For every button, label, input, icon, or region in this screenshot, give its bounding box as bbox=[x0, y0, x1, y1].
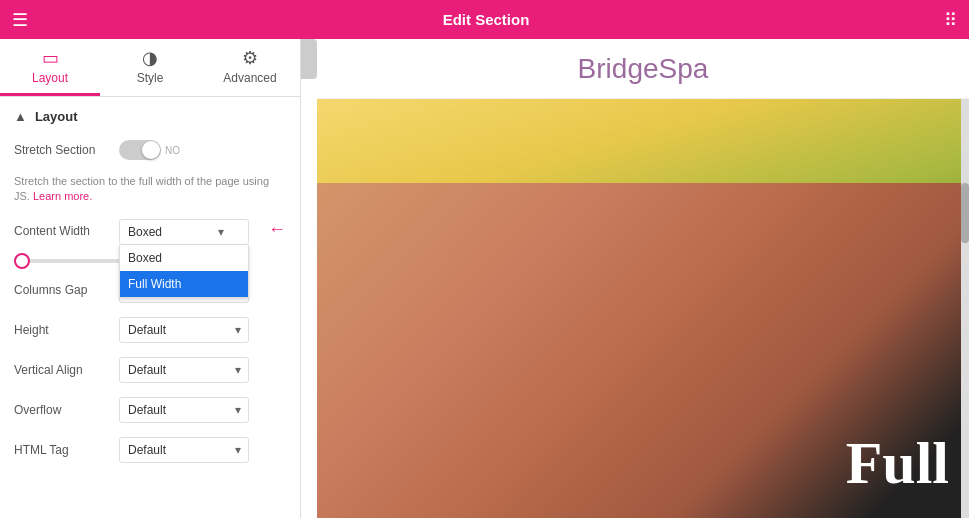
html-tag-select-wrap: Default bbox=[119, 437, 249, 463]
scroll-thumb[interactable] bbox=[961, 183, 969, 243]
tab-layout-label: Layout bbox=[32, 71, 68, 85]
stretch-description: Stretch the section to the full width of… bbox=[14, 174, 286, 205]
dropdown-option-boxed[interactable]: Boxed bbox=[120, 245, 248, 271]
grid-icon[interactable]: ⠿ bbox=[944, 9, 957, 31]
overflow-control: Default bbox=[119, 397, 286, 423]
width-slider[interactable] bbox=[14, 259, 134, 263]
columns-gap-label: Columns Gap bbox=[14, 283, 119, 297]
panel-content: ▲ Layout Stretch Section NO Stretch the bbox=[0, 97, 300, 518]
toggle-knob bbox=[142, 141, 160, 159]
dropdown-option-fullwidth[interactable]: Full Width bbox=[120, 271, 248, 297]
vertical-align-select-wrap: Default bbox=[119, 357, 249, 383]
preview-overlay-text: Full bbox=[846, 429, 949, 498]
main-container: ▭ Layout ◑ Style ⚙ Advanced ▲ Layout Str… bbox=[0, 39, 969, 518]
html-tag-select[interactable]: Default bbox=[119, 437, 249, 463]
preview-panel: BridgeSpa Full bbox=[317, 39, 969, 518]
collapse-panel-arrow[interactable] bbox=[301, 39, 317, 79]
advanced-tab-icon: ⚙ bbox=[242, 47, 258, 69]
learn-more-link[interactable]: Learn more. bbox=[33, 190, 92, 202]
content-width-row: Content Width Boxed Boxed Full Width ← bbox=[14, 219, 286, 245]
logo-colored: Spa bbox=[659, 53, 709, 84]
style-tab-icon: ◑ bbox=[142, 47, 158, 69]
height-select[interactable]: Default bbox=[119, 317, 249, 343]
tab-advanced[interactable]: ⚙ Advanced bbox=[200, 39, 300, 96]
vertical-align-label: Vertical Align bbox=[14, 363, 119, 377]
arrow-indicator-icon: ← bbox=[268, 219, 286, 240]
overflow-select[interactable]: Default bbox=[119, 397, 249, 423]
overflow-select-wrap: Default bbox=[119, 397, 249, 423]
height-row: Height Default bbox=[14, 317, 286, 343]
stretch-section-control: NO bbox=[119, 140, 286, 160]
stretch-section-label: Stretch Section bbox=[14, 143, 119, 157]
vertical-align-select[interactable]: Default bbox=[119, 357, 249, 383]
dropdown-list: Boxed Full Width bbox=[119, 245, 249, 298]
preview-image: Full bbox=[317, 99, 969, 518]
height-select-wrap: Default bbox=[119, 317, 249, 343]
tab-style-label: Style bbox=[137, 71, 164, 85]
toggle-label: NO bbox=[165, 145, 180, 156]
tab-advanced-label: Advanced bbox=[223, 71, 276, 85]
overflow-label: Overflow bbox=[14, 403, 119, 417]
page-title: Edit Section bbox=[443, 11, 530, 28]
menu-icon[interactable]: ☰ bbox=[12, 9, 28, 31]
height-control: Default bbox=[119, 317, 286, 343]
preview-logo: BridgeSpa bbox=[578, 53, 709, 85]
dropdown-value: Boxed bbox=[128, 225, 162, 239]
tab-layout[interactable]: ▭ Layout bbox=[0, 39, 100, 96]
collapse-icon[interactable]: ▲ bbox=[14, 109, 27, 124]
height-label: Height bbox=[14, 323, 119, 337]
content-width-control: Boxed Boxed Full Width bbox=[119, 219, 262, 245]
content-width-dropdown[interactable]: Boxed Boxed Full Width bbox=[119, 219, 249, 245]
dropdown-display[interactable]: Boxed bbox=[119, 219, 249, 245]
vertical-align-row: Vertical Align Default bbox=[14, 357, 286, 383]
layout-label: Layout bbox=[35, 109, 78, 124]
layout-tab-icon: ▭ bbox=[42, 47, 59, 69]
html-tag-control: Default bbox=[119, 437, 286, 463]
stretch-section-row: Stretch Section NO bbox=[14, 140, 286, 160]
stretch-toggle[interactable] bbox=[119, 140, 161, 160]
vertical-align-control: Default bbox=[119, 357, 286, 383]
top-bar: ☰ Edit Section ⠿ bbox=[0, 0, 969, 39]
logo-plain: Bridge bbox=[578, 53, 659, 84]
stretch-toggle-wrap: NO bbox=[119, 140, 286, 160]
slider-thumb[interactable] bbox=[14, 253, 30, 269]
html-tag-label: HTML Tag bbox=[14, 443, 119, 457]
layout-section-header: ▲ Layout bbox=[14, 109, 286, 124]
tabs-bar: ▭ Layout ◑ Style ⚙ Advanced bbox=[0, 39, 300, 97]
scroll-strip bbox=[961, 99, 969, 518]
content-width-label: Content Width bbox=[14, 219, 119, 238]
left-panel: ▭ Layout ◑ Style ⚙ Advanced ▲ Layout Str… bbox=[0, 39, 301, 518]
html-tag-row: HTML Tag Default bbox=[14, 437, 286, 463]
overflow-row: Overflow Default bbox=[14, 397, 286, 423]
preview-header: BridgeSpa bbox=[317, 39, 969, 99]
tab-style[interactable]: ◑ Style bbox=[100, 39, 200, 96]
